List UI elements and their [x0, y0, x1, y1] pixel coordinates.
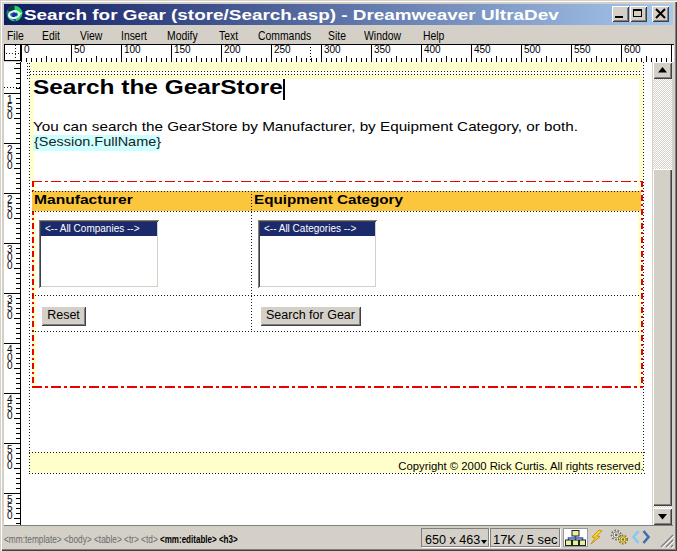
svg-text:400: 400 [424, 44, 441, 55]
svg-text:50: 50 [74, 44, 86, 55]
svg-text:450: 450 [474, 44, 491, 55]
svg-text:600: 600 [624, 44, 641, 55]
svg-text:550: 550 [574, 44, 591, 55]
svg-text:0: 0 [7, 460, 13, 471]
svg-text:250: 250 [274, 44, 291, 55]
svg-text:0: 0 [7, 210, 13, 221]
svg-text:300: 300 [324, 44, 341, 55]
svg-text:0: 0 [7, 110, 13, 121]
svg-text:0: 0 [7, 510, 13, 521]
svg-text:0: 0 [7, 160, 13, 171]
svg-text:100: 100 [124, 44, 141, 55]
svg-text:0: 0 [24, 44, 30, 55]
svg-text:200: 200 [224, 44, 241, 55]
svg-text:500: 500 [524, 44, 541, 55]
svg-text:0: 0 [7, 360, 13, 371]
svg-text:0: 0 [7, 410, 13, 421]
svg-text:350: 350 [374, 44, 391, 55]
svg-text:0: 0 [7, 310, 13, 321]
svg-text:150: 150 [174, 44, 191, 55]
svg-text:0: 0 [7, 260, 13, 271]
